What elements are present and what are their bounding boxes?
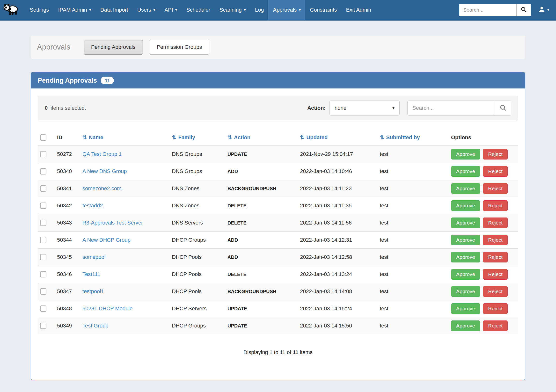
- cell-action: BACKGROUNDPUSH: [225, 180, 298, 197]
- navbar-search-input[interactable]: [459, 4, 516, 16]
- item-name-link[interactable]: A New DHCP Group: [82, 237, 131, 243]
- panel-header: Pending Approvals 11: [31, 72, 525, 88]
- approve-button[interactable]: Approve: [451, 303, 480, 314]
- approve-button[interactable]: Approve: [451, 252, 480, 262]
- item-name-link[interactable]: 50281 DHCP Module: [82, 306, 133, 312]
- reject-button[interactable]: Reject: [483, 217, 508, 228]
- row-checkbox[interactable]: [40, 168, 46, 175]
- search-icon: [499, 104, 507, 112]
- nav-item-data-import[interactable]: Data Import: [96, 0, 133, 20]
- item-name-link[interactable]: testpool1: [82, 288, 104, 294]
- tab-permission-groups[interactable]: Permission Groups: [149, 40, 209, 55]
- approve-button[interactable]: Approve: [451, 200, 480, 211]
- reject-button[interactable]: Reject: [483, 166, 508, 177]
- sort-icon: ⇅: [300, 134, 304, 140]
- nav-item-scheduler[interactable]: Scheduler: [182, 0, 215, 20]
- item-name-link[interactable]: testadd2.: [82, 202, 104, 208]
- reject-button[interactable]: Reject: [483, 303, 508, 314]
- action-select[interactable]: none ▾: [330, 100, 400, 115]
- item-name-link[interactable]: A New DNS Group: [82, 168, 127, 174]
- approve-button[interactable]: Approve: [451, 149, 480, 160]
- chevron-down-icon: ▾: [547, 8, 549, 12]
- row-checkbox[interactable]: [40, 306, 46, 312]
- table-row: 50347testpool1DHCP PoolsBACKGROUNDPUSH20…: [38, 283, 518, 300]
- approve-button[interactable]: Approve: [451, 166, 480, 177]
- table-search-button[interactable]: [494, 101, 511, 115]
- approve-button[interactable]: Approve: [451, 217, 480, 228]
- nav-item-settings[interactable]: Settings: [25, 0, 54, 20]
- row-checkbox[interactable]: [40, 271, 46, 277]
- item-name-link[interactable]: QA Test Group 1: [82, 151, 122, 157]
- nav-item-ipam-admin[interactable]: IPAM Admin▾: [54, 0, 96, 20]
- item-name-link[interactable]: somezone2.com.: [82, 185, 123, 192]
- column-header-name[interactable]: ⇅Name: [80, 131, 170, 146]
- action-select-value: none: [335, 105, 347, 111]
- row-checkbox[interactable]: [40, 220, 46, 226]
- panda-logo-icon: [3, 3, 20, 17]
- user-menu[interactable]: ▾: [538, 6, 549, 14]
- cell-id: 50345: [55, 249, 80, 266]
- cell-options: ApproveReject: [449, 146, 518, 163]
- cell-id: 50342: [55, 197, 80, 214]
- table-search-input[interactable]: [408, 101, 494, 115]
- column-header-family[interactable]: ⇅Family: [170, 131, 225, 146]
- row-checkbox[interactable]: [40, 254, 46, 260]
- reject-button[interactable]: Reject: [483, 149, 508, 160]
- row-checkbox[interactable]: [40, 151, 46, 157]
- cell-updated: 2022-Jan-03 14:11:56: [298, 214, 377, 231]
- approve-button[interactable]: Approve: [451, 235, 480, 245]
- approve-button[interactable]: Approve: [451, 269, 480, 280]
- reject-button[interactable]: Reject: [483, 269, 508, 280]
- navbar-search-group: [459, 4, 531, 16]
- cell-action: DELETE: [225, 214, 298, 231]
- reject-button[interactable]: Reject: [483, 235, 508, 245]
- select-all-checkbox[interactable]: [40, 134, 46, 141]
- column-header-updated[interactable]: ⇅Updated: [298, 131, 377, 146]
- row-checkbox[interactable]: [40, 288, 46, 295]
- item-name-link[interactable]: Test Group: [82, 323, 108, 329]
- item-name-link[interactable]: somepool: [82, 254, 105, 260]
- chevron-down-icon: ▾: [175, 8, 177, 12]
- brand-logo[interactable]: [0, 0, 25, 20]
- cell-family: DHCP Pools: [170, 283, 225, 300]
- cell-action: DELETE: [225, 266, 298, 283]
- nav-item-exit-admin[interactable]: Exit Admin: [342, 0, 376, 20]
- row-checkbox[interactable]: [40, 202, 46, 209]
- approvals-table: ID⇅Name⇅Family⇅Action⇅Updated⇅Submitted …: [38, 131, 518, 334]
- cell-options: ApproveReject: [449, 317, 518, 334]
- item-name-link[interactable]: R3-Approvals Test Server: [82, 220, 143, 226]
- pending-approvals-panel: Pending Approvals 11 0 items selected. A…: [31, 72, 525, 380]
- nav-item-api[interactable]: API▾: [160, 0, 182, 20]
- reject-button[interactable]: Reject: [483, 321, 508, 331]
- row-checkbox[interactable]: [40, 323, 46, 329]
- column-header-action[interactable]: ⇅Action: [225, 131, 298, 146]
- cell-options: ApproveReject: [449, 249, 518, 266]
- cell-submitted-by: test: [377, 231, 449, 249]
- tab-pending-approvals[interactable]: Pending Approvals: [84, 40, 143, 55]
- nav-item-log[interactable]: Log: [250, 0, 269, 20]
- approve-button[interactable]: Approve: [451, 183, 480, 194]
- reject-button[interactable]: Reject: [483, 183, 508, 194]
- chevron-down-icon: ▾: [244, 8, 246, 12]
- selected-items-text: 0 items selected.: [45, 105, 86, 111]
- reject-button[interactable]: Reject: [483, 200, 508, 211]
- nav-item-constraints[interactable]: Constraints: [305, 0, 341, 20]
- table-header-row: ID⇅Name⇅Family⇅Action⇅Updated⇅Submitted …: [38, 131, 518, 146]
- row-checkbox[interactable]: [40, 237, 46, 243]
- table-row: 50349Test GroupDHCP GroupsUPDATE2022-Jan…: [38, 317, 518, 334]
- reject-button[interactable]: Reject: [483, 286, 508, 297]
- approve-button[interactable]: Approve: [451, 286, 480, 297]
- navbar-search-button[interactable]: [516, 4, 531, 16]
- nav-item-scanning[interactable]: Scanning▾: [215, 0, 250, 20]
- cell-options: ApproveReject: [449, 163, 518, 180]
- row-checkbox[interactable]: [40, 185, 46, 192]
- nav-item-approvals[interactable]: Approvals▾: [268, 0, 305, 20]
- reject-button[interactable]: Reject: [483, 252, 508, 262]
- nav-item-users[interactable]: Users▾: [133, 0, 160, 20]
- column-header-submitted-by[interactable]: ⇅Submitted by: [377, 131, 449, 146]
- item-name-link[interactable]: Test111: [82, 271, 100, 277]
- cell-action: UPDATE: [225, 146, 298, 163]
- search-icon: [520, 6, 527, 13]
- cell-submitted-by: test: [377, 283, 449, 300]
- approve-button[interactable]: Approve: [451, 321, 480, 331]
